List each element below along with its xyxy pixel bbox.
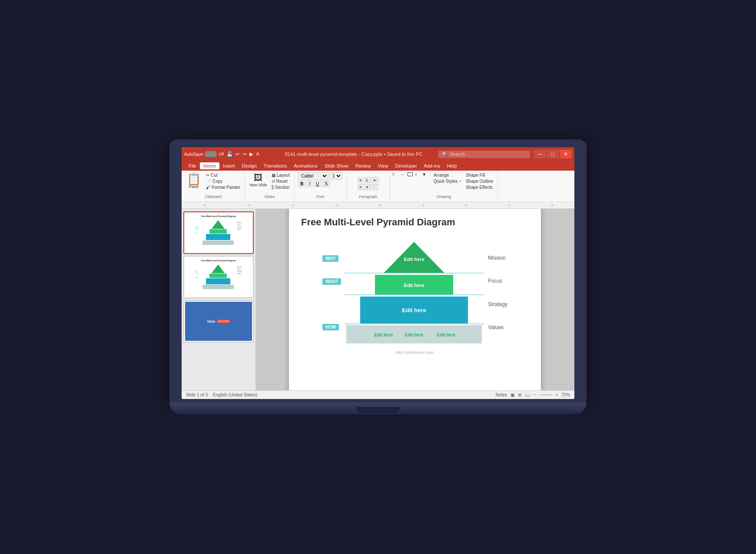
- close-button[interactable]: ✕: [560, 150, 572, 158]
- slide-canvas: Free Multi-Level Pyramid Diagram WHY: [289, 209, 541, 390]
- autosave-state: Off: [219, 152, 224, 156]
- layer3-text[interactable]: Edit here: [402, 307, 426, 313]
- paragraph-group-label: Paragraph: [359, 195, 377, 200]
- slide-thumbnail-2[interactable]: Free Multi-Level Pyramid Diagram WHYWHAT…: [183, 256, 254, 298]
- title-bar: AutoSave Off 💾 ↩ ↪ ▶ A 9141-multi-level-: [182, 147, 574, 161]
- maximize-button[interactable]: □: [547, 150, 559, 158]
- reading-view-icon[interactable]: 📖: [525, 392, 530, 397]
- numbering-button[interactable]: 1.: [364, 177, 371, 183]
- slide-thumbnail-3[interactable]: Slide HUNTER: [183, 300, 254, 343]
- new-slide-icon: 🖼: [254, 173, 262, 182]
- layer1-text[interactable]: Edit here: [404, 257, 424, 262]
- bullets-button[interactable]: ≡: [358, 177, 363, 183]
- search-input[interactable]: [450, 152, 527, 157]
- thumb-2-pyramid-svg: [201, 264, 235, 292]
- thumb-1-title: Free Multi-Level Pyramid Diagram: [185, 215, 252, 218]
- layer2-text[interactable]: Edit here: [404, 283, 424, 288]
- format-painter-button[interactable]: 🖌 Format Painter: [204, 185, 242, 190]
- bold-button[interactable]: B: [298, 181, 305, 187]
- italic-button[interactable]: I: [307, 181, 312, 187]
- menu-file[interactable]: File: [185, 162, 200, 169]
- shape-fill-label: Shape Fill: [466, 173, 485, 178]
- menu-view[interactable]: View: [375, 162, 392, 169]
- left-tags: WHY WHAT - HOW: [322, 243, 341, 343]
- layer4-text-1[interactable]: Edit here: [375, 333, 393, 337]
- font-size-select[interactable]: 18: [329, 172, 342, 180]
- search-bar[interactable]: 🔍: [438, 151, 530, 158]
- zoom-out-icon[interactable]: −: [534, 392, 536, 397]
- menu-review[interactable]: Review: [352, 162, 375, 169]
- line-tool[interactable]: \: [393, 172, 400, 177]
- slides-group-label: Slides: [264, 195, 275, 200]
- redo-icon[interactable]: ↪: [242, 151, 247, 157]
- window-controls: ─ □ ✕: [534, 150, 572, 158]
- oval-tool[interactable]: ○: [415, 172, 422, 177]
- copy-label: Copy: [212, 179, 222, 184]
- undo-icon[interactable]: ↩: [235, 151, 240, 157]
- align-left-button[interactable]: ⇤: [372, 177, 379, 183]
- underline-button[interactable]: U: [314, 181, 321, 187]
- powerpoint-app: AutoSave Off 💾 ↩ ↪ ▶ A 9141-multi-level-: [182, 147, 574, 399]
- label-values: Values: [488, 324, 507, 334]
- present-icon[interactable]: ▶: [249, 151, 253, 157]
- reset-button[interactable]: ↺ Reset: [270, 178, 292, 184]
- shape-effects-button[interactable]: Shape Effects: [464, 185, 495, 190]
- menu-help[interactable]: Help: [444, 162, 461, 169]
- paste-icon: 📋: [187, 173, 201, 185]
- menu-home[interactable]: Home: [200, 162, 219, 169]
- layer4-text-2[interactable]: Edit here: [405, 333, 424, 337]
- menu-transitions[interactable]: Transitions: [260, 162, 290, 169]
- cut-button[interactable]: ✂ Cut: [204, 172, 242, 178]
- notes-button[interactable]: Notes: [496, 392, 507, 397]
- quick-styles-button[interactable]: Quick Styles ~: [432, 178, 463, 184]
- url-bar: http://slidehunter.com/: [301, 350, 529, 355]
- status-bar: Slide 1 of 3 English (United States) Not…: [182, 390, 574, 399]
- new-slide-button[interactable]: 🖼 New Slide: [248, 172, 269, 188]
- align-center-button[interactable]: ≡: [358, 184, 363, 190]
- tag-how-wrapper: HOW: [322, 324, 341, 334]
- layout-button[interactable]: ▦ Layout: [270, 172, 292, 178]
- menu-design[interactable]: Design: [239, 162, 260, 169]
- font-family-select[interactable]: Calibri: [298, 172, 328, 180]
- menu-animations[interactable]: Animations: [290, 162, 321, 169]
- columns-button[interactable]: ⋮: [371, 184, 378, 190]
- tag-why-wrapper: WHY: [322, 251, 341, 261]
- tag-why: WHY: [322, 255, 338, 262]
- copy-button[interactable]: 📄 Copy: [204, 178, 242, 184]
- minimize-button[interactable]: ─: [534, 150, 546, 158]
- label-mission: Mission: [488, 251, 507, 261]
- autosave-toggle[interactable]: [205, 151, 217, 157]
- slide-sorter-icon[interactable]: ⊞: [518, 392, 521, 397]
- cut-icon: ✂: [206, 173, 209, 178]
- layer4-text-3[interactable]: Edit here: [437, 333, 456, 337]
- menu-developer[interactable]: Developer: [391, 162, 420, 169]
- main-area: 1 Free Multi-Level Pyramid Diagram WHYWH…: [182, 209, 574, 390]
- menu-slideshow[interactable]: Slide Show: [321, 162, 352, 169]
- rectangle-tool[interactable]: [408, 172, 413, 176]
- menu-insert[interactable]: Insert: [219, 162, 239, 169]
- more-shapes[interactable]: ▼: [422, 172, 429, 177]
- paste-label: Paste: [189, 185, 199, 189]
- arrow-tool[interactable]: →: [400, 172, 407, 177]
- svg-marker-0: [212, 220, 225, 229]
- arrange-button[interactable]: Arrange: [432, 172, 463, 178]
- menu-addins[interactable]: Add-ins: [421, 162, 444, 169]
- shape-outline-button[interactable]: Shape Outline: [464, 178, 495, 184]
- align-right-button[interactable]: ≡: [364, 184, 370, 190]
- zoom-in-icon[interactable]: +: [555, 392, 558, 397]
- zoom-level: 72%: [561, 392, 570, 397]
- shape-fill-button[interactable]: Shape Fill: [464, 172, 495, 178]
- slide-thumbnail-1[interactable]: Free Multi-Level Pyramid Diagram WHYWHAT…: [183, 211, 254, 254]
- format-icon[interactable]: A: [256, 151, 259, 157]
- normal-view-icon[interactable]: ▣: [511, 392, 514, 397]
- zoom-slider[interactable]: ────: [540, 392, 552, 397]
- slide-title[interactable]: Free Multi-Level Pyramid Diagram: [301, 217, 529, 228]
- toolbar-icons: 💾 ↩ ↪ ▶ A: [226, 151, 259, 157]
- strikethrough-button[interactable]: S: [322, 181, 330, 187]
- slide-thumb-3-wrapper: 3 Slide HUNTER: [183, 300, 254, 343]
- paste-button[interactable]: 📋 Paste: [184, 172, 203, 190]
- save-icon[interactable]: 💾: [226, 151, 233, 157]
- search-icon: 🔍: [442, 152, 448, 157]
- reset-icon: ↺: [272, 179, 275, 184]
- section-button[interactable]: § Section: [270, 185, 292, 190]
